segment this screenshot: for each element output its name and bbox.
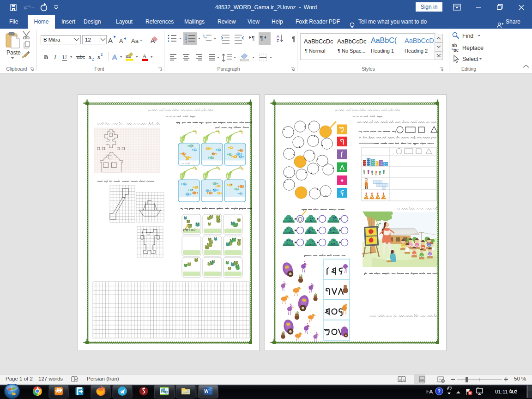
svg-text:x: x — [97, 54, 100, 60]
svg-text:2: 2 — [185, 37, 187, 40]
svg-text:FA: FA — [426, 389, 433, 394]
svg-text:FTP: FTP — [161, 391, 166, 393]
svg-text:Z: Z — [277, 38, 279, 43]
svg-text:2: 2 — [101, 53, 103, 57]
svg-text:1: 1 — [185, 34, 187, 37]
svg-text:¶: ¶ — [260, 35, 263, 42]
svg-text:Paste: Paste — [6, 49, 21, 56]
svg-text:01:11: 01:11 — [495, 389, 508, 394]
svg-text:B: B — [44, 54, 48, 60]
svg-text:3: 3 — [185, 40, 187, 43]
svg-text:Find: Find — [462, 33, 473, 39]
svg-text:U: U — [62, 54, 67, 60]
svg-text:A: A — [108, 36, 113, 44]
svg-text:?: ? — [438, 388, 441, 394]
svg-text:2: 2 — [92, 57, 94, 61]
svg-text:A: A — [142, 53, 147, 60]
svg-text:A: A — [112, 53, 117, 61]
svg-text:I: I — [54, 54, 57, 60]
svg-text:Replace: Replace — [462, 45, 484, 51]
svg-text:a: a — [203, 34, 205, 37]
svg-text:x: x — [89, 54, 91, 60]
svg-text:¶: ¶ — [292, 35, 296, 42]
svg-text:ac: ac — [453, 47, 459, 53]
svg-text:A: A — [119, 38, 123, 44]
svg-text:¶: ¶ — [252, 35, 254, 42]
svg-text:Aa: Aa — [131, 37, 139, 44]
svg-text:Select: Select — [462, 56, 478, 62]
